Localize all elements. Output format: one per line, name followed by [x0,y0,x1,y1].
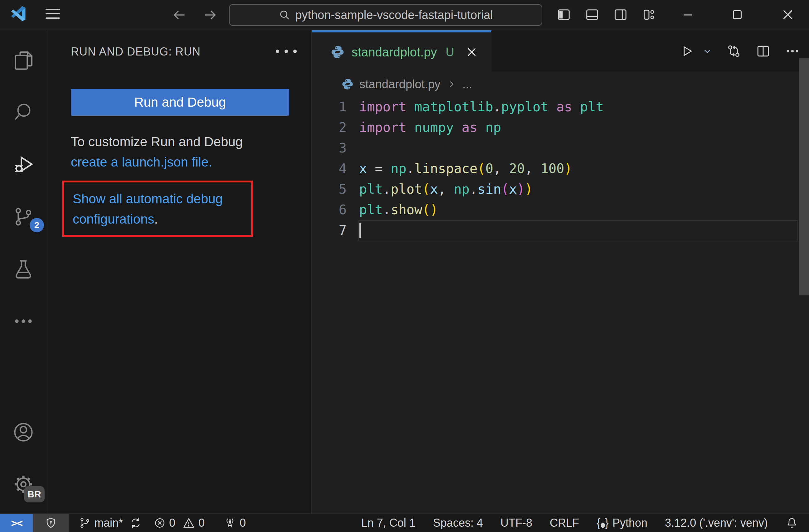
indentation-item[interactable]: Spaces: 4 [427,514,488,532]
text-cursor [359,223,361,238]
ports-count: 0 [240,516,246,530]
create-launch-json-link[interactable]: create a launch.json file. [71,155,212,169]
editor-scrollbar[interactable] [799,58,809,295]
sync-icon[interactable] [129,516,142,530]
layout-sidebar-right-icon[interactable] [614,7,628,22]
status-bar: >< main* [0,513,809,532]
run-and-debug-button[interactable]: Run and Debug [71,89,289,116]
settings-gear-icon[interactable]: BR [12,473,35,496]
cursor-position-item[interactable]: Ln 7, Col 1 [356,514,421,532]
code-line[interactable]: 6plt.show() [312,199,809,220]
line-content: x = np.linspace(0, 20, 100) [347,158,572,179]
editor-group: standardplot.py U [312,30,809,514]
encoding-item[interactable]: UTF-8 [495,514,538,532]
python-interpreter-item[interactable]: 3.12.0 ('.venv': venv) [659,514,773,532]
customize-layout-icon[interactable] [642,7,656,22]
breadcrumb-ellipsis[interactable]: ... [462,78,472,91]
back-arrow-icon[interactable] [171,7,187,23]
layout-sidebar-icon[interactable] [556,7,571,22]
minimize-icon[interactable] [681,7,695,22]
error-count: 0 [169,516,175,530]
vscode-window: python-sample-vscode-fastapi-tutorial [0,0,809,532]
link-period: . [154,212,158,226]
source-control-icon[interactable]: 2 [12,206,35,228]
git-branch-icon [79,517,91,529]
line-number: 3 [312,138,347,158]
show-configurations-link[interactable]: Show all automatic debug configurations [73,192,223,226]
line-number: 6 [312,199,347,220]
profile-badge: BR [24,486,45,502]
tab-standardplot[interactable]: standardplot.py U [312,30,492,72]
sidebar-more-actions-icon[interactable] [276,50,297,53]
shield-icon [44,516,57,530]
python-icon [330,45,345,59]
code-line[interactable]: 3 [312,138,809,158]
sidebar-title: RUN AND DEBUG: RUN [71,45,201,58]
tab-label: standardplot.py [351,45,437,59]
run-dropdown-chevron-icon[interactable] [702,46,712,56]
command-center-search[interactable]: python-sample-vscode-fastapi-tutorial [229,4,542,26]
run-debug-icon[interactable] [12,154,35,176]
line-content [347,220,359,241]
code-line[interactable]: 5plt.plot(x, np.sin(x)) [312,179,809,199]
activity-bar: 2 [0,30,48,514]
code-area[interactable]: 1import matplotlib.pyplot as plt2import … [312,97,809,514]
git-branch-item[interactable]: main* [73,514,148,532]
search-value: python-sample-vscode-fastapi-tutorial [295,8,493,22]
warning-count: 0 [199,516,205,530]
current-line-highlight [359,220,798,241]
menu-icon[interactable] [46,9,60,22]
run-python-file-icon[interactable] [679,44,694,59]
title-bar: python-sample-vscode-fastapi-tutorial [0,0,809,30]
line-content: import matplotlib.pyplot as plt [347,97,604,117]
testing-icon[interactable] [12,258,35,280]
remote-indicator[interactable]: >< [0,514,33,532]
python-icon-breadcrumb [341,78,354,90]
chevron-right-icon [446,79,457,89]
line-number: 4 [312,158,347,179]
line-content: plt.show() [347,199,438,220]
split-editor-icon[interactable] [755,43,771,59]
tab-git-status: U [446,46,454,59]
annotation-red-box: Show all automatic debug configurations. [62,180,253,237]
explorer-icon[interactable] [12,50,35,72]
maximize-icon[interactable] [730,7,744,22]
forward-arrow-icon[interactable] [202,7,218,23]
problems-item[interactable]: 0 0 [148,514,210,532]
warning-icon [182,516,195,530]
more-views-icon[interactable] [12,310,35,333]
language-mode-item[interactable]: {} Python [591,514,653,532]
line-number: 2 [312,117,347,138]
braces-icon: {} [597,516,609,530]
language-label: Python [613,516,648,530]
scm-badge: 2 [30,218,44,232]
customize-text: To customize Run and Debug create a laun… [71,131,243,172]
close-icon[interactable] [780,7,795,22]
line-number: 1 [312,97,347,117]
workspace-trust-item[interactable] [33,514,69,532]
account-icon[interactable] [12,421,35,443]
code-line[interactable]: 4x = np.linspace(0, 20, 100) [312,158,809,179]
notifications-bell-icon[interactable] [780,514,804,532]
breadcrumb-file[interactable]: standardplot.py [359,78,441,91]
eol-item[interactable]: CRLF [544,514,585,532]
code-line[interactable]: 2import numpy as np [312,117,809,138]
ports-icon [223,516,237,530]
tab-bar: standardplot.py U [312,30,809,72]
tab-close-icon[interactable] [465,46,478,58]
line-content: plt.plot(x, np.sin(x)) [347,179,533,199]
ports-item[interactable]: 0 [218,514,252,532]
editor-more-actions-icon[interactable] [785,43,800,59]
layout-panel-icon[interactable] [585,7,599,22]
line-number: 5 [312,179,347,199]
code-line[interactable]: 1import matplotlib.pyplot as plt [312,97,809,117]
open-changes-icon[interactable] [726,43,742,59]
line-content [347,138,359,158]
breadcrumb[interactable]: standardplot.py ... [312,72,809,97]
run-debug-sidebar: RUN AND DEBUG: RUN Run and Debug To cust… [48,30,312,514]
search-sidebar-icon[interactable] [12,101,35,124]
line-content: import numpy as np [347,117,501,138]
line-number: 7 [312,220,347,241]
vscode-logo-icon [10,5,27,22]
search-icon [278,9,291,21]
